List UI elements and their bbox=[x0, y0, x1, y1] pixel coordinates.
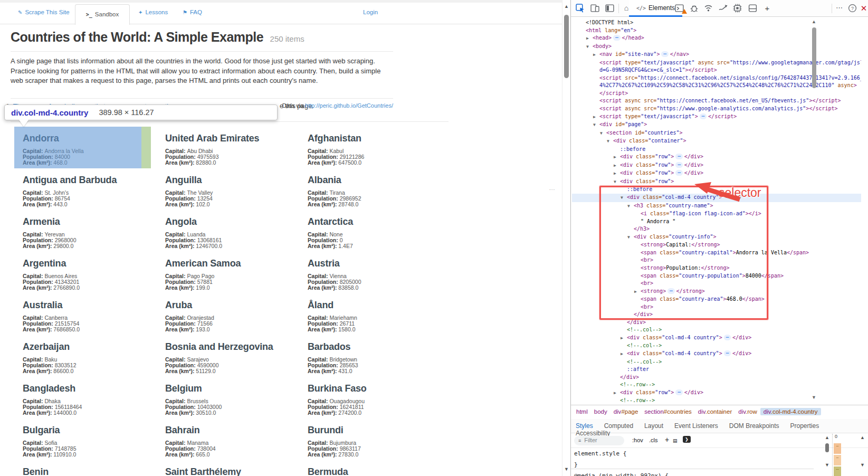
dom-tree-row[interactable]: ::before bbox=[572, 146, 861, 154]
dom-tree-row[interactable]: 4%2C77%2C67%2C109%2C59%2C58%2C31%2C96%2C… bbox=[572, 82, 861, 90]
device-emulation-icon[interactable] bbox=[590, 4, 599, 13]
dom-tree-row[interactable]: <!--.col--> bbox=[572, 326, 861, 334]
dom-tree-row[interactable]: <!--.row--> bbox=[572, 381, 861, 389]
inline-expand-icon[interactable]: ⋯ bbox=[613, 35, 620, 41]
country-card[interactable]: BarbadosCapital: BridgetownPopulation: 2… bbox=[299, 335, 436, 377]
dom-tree-row[interactable]: ▶<div class="row">⋯</div> bbox=[572, 161, 861, 170]
nav-link-scrape-this-site[interactable]: ✎Scrape This Site bbox=[18, 9, 70, 15]
dom-tree-row[interactable]: ▼<div id="page"> bbox=[572, 121, 861, 129]
more-options-icon[interactable]: ⋯ bbox=[835, 4, 844, 13]
dom-tree-row[interactable]: ▶<div class="row">⋯</div> bbox=[572, 153, 861, 161]
nav-tab-sandbox[interactable]: >_Sandbox bbox=[75, 4, 130, 25]
inline-expand-icon[interactable]: ⋯ bbox=[724, 350, 731, 356]
page-scrollbar-thumb[interactable] bbox=[564, 15, 569, 78]
dom-tree-row[interactable]: <!--.col--> bbox=[572, 342, 861, 350]
country-card[interactable]: Antigua and BarbudaCapital: St. John'sPo… bbox=[14, 168, 151, 210]
dom-tree-row[interactable]: ▶<div class="col-md-4 country">⋯</div> bbox=[572, 350, 861, 358]
nav-link-faq[interactable]: ⚑FAQ bbox=[183, 9, 202, 15]
tree-scroll-up-icon[interactable]: ▲ bbox=[812, 19, 816, 24]
dom-tree-row[interactable]: </div> bbox=[572, 319, 861, 327]
country-card[interactable]: AlbaniaCapital: TiranaPopulation: 298695… bbox=[299, 168, 436, 210]
more-tabs-icon[interactable]: + bbox=[762, 4, 772, 13]
scroll-up-icon[interactable]: ▲ bbox=[564, 4, 569, 9]
dom-tree-row[interactable]: </div> bbox=[572, 374, 861, 382]
dom-tree-row[interactable]: <script src="https://connect.facebook.ne… bbox=[572, 74, 861, 82]
tab-dom-breakpoints[interactable]: DOM Breakpoints bbox=[729, 422, 779, 430]
tree-expand-icon[interactable]: ▼ bbox=[600, 130, 606, 138]
tree-expand-icon[interactable]: ▼ bbox=[593, 121, 599, 129]
tree-expand-icon[interactable]: ▶ bbox=[614, 154, 620, 161]
country-card[interactable]: AngolaCapital: LuandaPopulation: 1306816… bbox=[157, 210, 293, 252]
nav-link-lessons[interactable]: ✦Lessons bbox=[138, 9, 168, 15]
country-card[interactable]: BeninCapital: Porto-Novo bbox=[14, 460, 151, 476]
tab-computed[interactable]: Computed bbox=[604, 422, 633, 430]
rendering-brush-icon[interactable]: ▤ bbox=[673, 438, 678, 443]
country-card[interactable]: BelgiumCapital: BrusselsPopulation: 1040… bbox=[157, 377, 293, 418]
dom-tree-row[interactable]: <script async src="https://connect.faceb… bbox=[572, 97, 861, 105]
dom-tree-row[interactable]: ▼<section id="countries"> bbox=[572, 129, 861, 138]
dom-tree-row[interactable]: <br> bbox=[572, 280, 861, 288]
tree-expand-icon[interactable]: ▶ bbox=[593, 113, 599, 121]
tree-expand-icon[interactable]: ▶ bbox=[593, 51, 599, 59]
dom-tree-row[interactable]: <i class="flag-icon flag-icon-ad"></i> bbox=[572, 210, 861, 218]
inline-expand-icon[interactable]: ⋯ bbox=[700, 113, 707, 119]
tree-scrollbar-thumb[interactable] bbox=[812, 27, 816, 88]
country-card[interactable]: Burkina FasoCapital: OuagadougouPopulati… bbox=[299, 377, 436, 418]
country-card[interactable]: AntarcticaCapital: NonePopulation: 0Area… bbox=[299, 210, 436, 252]
dom-tree-row[interactable]: <script type="text/javascript" async src… bbox=[572, 59, 861, 67]
tab-styles[interactable]: Styles bbox=[576, 422, 593, 430]
country-card[interactable]: AustraliaCapital: CanberraPopulation: 21… bbox=[14, 293, 151, 335]
dom-tree-row[interactable]: ▶<div class="col-md-4 country">⋯</div> bbox=[572, 334, 861, 342]
dom-tree-row[interactable]: ▼<h3 class="country-name"> bbox=[572, 202, 861, 211]
dom-tree-row[interactable]: ▼<div class="container"> bbox=[572, 137, 861, 146]
country-card[interactable]: ArmeniaCapital: YerevanPopulation: 29680… bbox=[14, 210, 151, 252]
issues-bug-icon[interactable] bbox=[689, 4, 699, 13]
tree-expand-icon[interactable]: ▶ bbox=[586, 35, 593, 43]
breadcrumb-div.container[interactable]: div.container bbox=[695, 408, 735, 415]
inline-expand-icon[interactable]: ⋯ bbox=[675, 170, 682, 176]
application-icon[interactable] bbox=[748, 4, 757, 13]
new-style-rule-button[interactable]: + bbox=[665, 435, 669, 444]
country-card[interactable]: AndorraCapital: Andorra la VellaPopulati… bbox=[14, 127, 151, 168]
dom-tree-row[interactable]: <!--.col--> bbox=[572, 358, 861, 366]
country-card[interactable]: BulgariaCapital: SofiaPopulation: 714878… bbox=[14, 418, 151, 460]
inline-expand-icon[interactable]: ⋯ bbox=[675, 162, 682, 168]
dom-tree-row[interactable]: </div> bbox=[572, 311, 861, 319]
tab-layout[interactable]: Layout bbox=[644, 422, 663, 430]
dom-tree-row[interactable]: ▼<div class="col-md-4 country"> == $0 bbox=[572, 194, 861, 202]
dom-tree-row[interactable]: ▶<div class="row">⋯</div> bbox=[572, 169, 861, 178]
performance-icon[interactable] bbox=[718, 4, 728, 13]
dom-tree-row[interactable]: <br> bbox=[572, 303, 861, 311]
inline-expand-icon[interactable]: ⋯ bbox=[724, 335, 731, 340]
toggle-hov-button[interactable]: :hov bbox=[632, 437, 643, 443]
close-icon[interactable]: ✕ bbox=[859, 4, 868, 13]
inline-expand-icon[interactable]: ⋯ bbox=[667, 288, 674, 294]
tree-scroll-down-icon[interactable]: ▼ bbox=[812, 395, 816, 400]
media-query-rule[interactable]: @media (min-width: 992px) { bbox=[574, 470, 669, 476]
country-card[interactable]: ArgentinaCapital: Buenos AiresPopulation… bbox=[14, 252, 151, 293]
inline-expand-icon[interactable]: ⋯ bbox=[675, 389, 682, 395]
dom-tree-row[interactable]: ▶<script type="text/javascript">⋯</scrip… bbox=[572, 113, 861, 121]
breadcrumb-body[interactable]: body bbox=[591, 408, 611, 415]
dom-tree-row[interactable]: </h3> bbox=[572, 225, 861, 233]
computed-toggle-icon[interactable]: ❯ bbox=[683, 436, 691, 443]
memory-cpu-icon[interactable] bbox=[732, 4, 742, 13]
scroll-down-icon[interactable]: ▼ bbox=[564, 467, 569, 472]
country-card[interactable]: Bosnia and HerzegovinaCapital: SarajevoP… bbox=[157, 335, 293, 377]
breadcrumb-section#countries[interactable]: section#countries bbox=[641, 408, 695, 415]
styles-scrollbar-thumb[interactable] bbox=[825, 443, 829, 452]
dom-tree-row[interactable]: <html lang="en"> bbox=[572, 27, 861, 35]
country-card[interactable]: AfghanistanCapital: KabulPopulation: 291… bbox=[299, 127, 436, 168]
inline-expand-icon[interactable]: ⋯ bbox=[675, 154, 682, 159]
tab-event-listeners[interactable]: Event Listeners bbox=[674, 422, 718, 430]
country-card[interactable]: American SamoaCapital: Pago PagoPopulati… bbox=[157, 252, 293, 293]
tree-expand-icon[interactable]: ▶ bbox=[621, 335, 627, 342]
help-icon[interactable]: ? bbox=[847, 4, 857, 13]
tree-expand-icon[interactable]: ▶ bbox=[614, 170, 620, 178]
dom-tree-row[interactable]: ▼<div class="row"> bbox=[572, 178, 861, 186]
country-card[interactable]: ÅlandCapital: MariehamnPopulation: 26711… bbox=[299, 293, 436, 335]
tree-expand-icon[interactable]: ▼ bbox=[627, 203, 634, 211]
styles-scroll-up-icon[interactable]: ▲ bbox=[825, 435, 829, 440]
country-card[interactable]: AustriaCapital: ViennaPopulation: 820500… bbox=[299, 252, 436, 293]
country-card[interactable]: AzerbaijanCapital: BakuPopulation: 83035… bbox=[14, 335, 151, 377]
